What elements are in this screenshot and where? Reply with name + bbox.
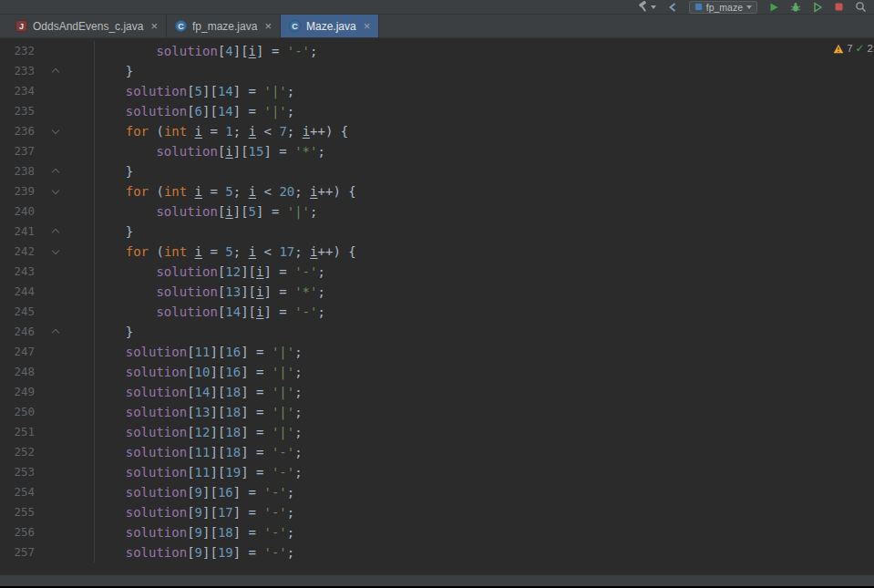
line-number[interactable]: 241 [0,222,36,242]
line-number[interactable]: 255 [0,502,36,522]
warning-icon [833,44,844,54]
code-line[interactable]: 244solution[13][i] = '*'; [0,282,874,302]
code-text: solution[12][i] = '-'; [95,262,325,282]
build-button[interactable] [637,1,656,13]
code-text: solution[9][16] = '-'; [95,482,294,502]
run-config-icon [694,3,703,11]
inspections-widget[interactable]: 7 ✓ 2 [833,42,874,55]
line-number[interactable]: 240 [0,201,36,222]
code-line[interactable]: 237solution[i][15] = '*'; [0,141,874,161]
code-line[interactable]: 245solution[14][i] = '-'; [0,302,874,322]
gutter-fold-column [36,81,95,101]
code-line[interactable]: 241} [0,222,874,242]
line-number[interactable]: 232 [0,41,36,61]
code-line[interactable]: 255solution[9][17] = '-'; [0,502,874,522]
stop-button[interactable] [834,2,844,12]
line-number[interactable]: 236 [0,121,36,141]
gutter-fold-column [36,101,95,121]
line-number[interactable]: 245 [0,302,36,322]
code-line[interactable]: 250solution[13][18] = '|'; [0,402,874,422]
line-number[interactable]: 238 [0,161,36,181]
code-line[interactable]: 246} [0,322,874,342]
code-line[interactable]: 238} [0,161,874,181]
code-text: solution[12][18] = '|'; [95,422,303,442]
line-number[interactable]: 257 [0,542,36,562]
code-line[interactable]: 239for (int i = 5; i < 20; i++) { [0,181,874,201]
code-line[interactable]: 248solution[10][16] = '|'; [0,362,874,382]
tab-close-icon[interactable]: × [262,20,272,32]
line-number[interactable]: 243 [0,262,36,282]
coverage-button[interactable] [812,2,823,13]
code-line[interactable]: 247solution[11][16] = '|'; [0,342,874,362]
code-line[interactable]: 242for (int i = 5; i < 17; i++) { [0,242,874,262]
code-line[interactable]: 235solution[6][14] = '|'; [0,101,874,121]
tab-OddsAndEvens_c.java[interactable]: JOddsAndEvens_c.java× [7,15,167,37]
code-text: solution[13][18] = '|'; [95,402,303,422]
line-number[interactable]: 251 [0,422,36,442]
code-text: solution[11][18] = '-'; [95,442,303,462]
fold-start-icon[interactable] [36,121,95,141]
java-file-icon: J [15,20,27,32]
line-number[interactable]: 254 [0,482,36,502]
tab-close-icon[interactable]: × [149,20,158,32]
tab-fp_maze.java[interactable]: Cfp_maze.java× [167,15,281,37]
code-line[interactable]: 233} [0,61,874,81]
line-number[interactable]: 256 [0,522,36,542]
search-button[interactable] [855,1,867,13]
editor[interactable]: 7 ✓ 2 232solution[4][i] = '-';233}234sol… [0,38,874,574]
line-number[interactable]: 242 [0,242,36,262]
tab-Maze.java[interactable]: CMaze.java× [281,15,379,37]
code-line[interactable]: 254solution[9][16] = '-'; [0,482,874,502]
fold-end-icon[interactable] [36,161,95,181]
code-line[interactable]: 240solution[i][5] = '|'; [0,201,874,222]
line-number[interactable]: 253 [0,462,36,482]
gutter-fold-column [36,41,95,61]
line-number[interactable]: 239 [0,181,36,201]
code-area[interactable]: 232solution[4][i] = '-';233}234solution[… [0,41,874,562]
line-number[interactable]: 250 [0,402,36,422]
code-line[interactable]: 256solution[9][18] = '-'; [0,522,874,542]
debug-button[interactable] [790,2,801,13]
run-button[interactable] [768,2,779,13]
code-text: } [95,61,133,81]
fold-start-icon[interactable] [36,242,95,262]
code-line[interactable]: 257solution[9][19] = '-'; [0,542,874,562]
line-number[interactable]: 237 [0,141,36,161]
code-line[interactable]: 253solution[11][19] = '-'; [0,462,874,482]
line-number[interactable]: 252 [0,442,36,462]
line-number[interactable]: 248 [0,362,36,382]
line-number[interactable]: 235 [0,101,36,121]
line-number[interactable]: 247 [0,342,36,362]
line-number[interactable]: 234 [0,81,36,101]
fold-end-icon[interactable] [36,322,95,342]
gutter-fold-column [36,282,95,302]
gutter-fold-column [36,442,95,462]
line-number[interactable]: 233 [0,61,36,81]
code-line[interactable]: 234solution[5][14] = '|'; [0,81,874,101]
java-class-icon: C [175,20,187,32]
run-config-label: fp_maze [706,2,743,13]
tab-close-icon[interactable]: × [362,20,371,32]
gutter-fold-column [36,422,95,442]
code-text: solution[9][19] = '-'; [95,542,294,562]
run-config-combo[interactable]: fp_maze [689,1,757,14]
java-class-icon: C [289,20,301,32]
code-line[interactable]: 232solution[4][i] = '-'; [0,41,874,61]
code-text: solution[11][16] = '|'; [95,342,303,362]
fold-end-icon[interactable] [36,222,95,242]
line-number[interactable]: 246 [0,322,36,342]
code-line[interactable]: 236for (int i = 1; i < 7; i++) { [0,121,874,141]
code-text: } [95,161,133,181]
gutter-fold-column [36,462,95,482]
code-line[interactable]: 249solution[14][18] = '|'; [0,382,874,402]
gutter-fold-column [36,382,95,402]
line-number[interactable]: 244 [0,282,36,302]
fold-start-icon[interactable] [36,181,95,201]
code-line[interactable]: 251solution[12][18] = '|'; [0,422,874,442]
tab-label: fp_maze.java [192,20,257,33]
code-line[interactable]: 252solution[11][18] = '-'; [0,442,874,462]
line-number[interactable]: 249 [0,382,36,402]
back-arrow-button[interactable] [667,2,678,13]
fold-end-icon[interactable] [36,61,95,81]
code-line[interactable]: 243solution[12][i] = '-'; [0,262,874,282]
